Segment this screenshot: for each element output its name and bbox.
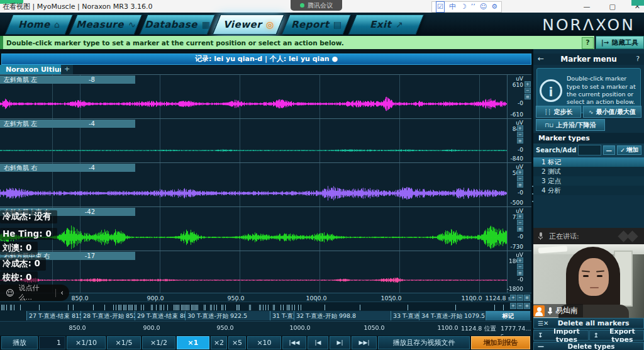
- help-button[interactable]: ?: [582, 37, 594, 49]
- timeline-marker[interactable]: 29 T-直道-结束 889.4: [135, 311, 185, 320]
- scale-menu-button[interactable]: ≡: [517, 182, 523, 188]
- rising-falling-edge-button[interactable]: ⊓⊔ 上升沿/下降沿: [536, 119, 605, 131]
- add-type-button[interactable]: ✓ 增加: [617, 145, 641, 155]
- scale-menu-button[interactable]: ≡: [525, 94, 531, 99]
- channel-label-1[interactable]: 左斜角肌 左 -8: [0, 76, 135, 84]
- speed-button[interactable]: ×10: [247, 336, 281, 349]
- loop-count-input[interactable]: 1: [39, 336, 65, 349]
- scale-zoom-out-button[interactable]: −: [525, 88, 531, 93]
- speed-button[interactable]: ×1/5: [107, 336, 141, 349]
- ime-user-icon[interactable]: ☺: [480, 2, 487, 12]
- scale-zoom-out-button[interactable]: −: [517, 176, 523, 181]
- tencent-meeting-badge[interactable]: 腾讯会议: [291, 0, 342, 11]
- overview-ruler[interactable]: 850.0 900.0 950.0 1000.0 1050.0 1100.0 1…: [0, 321, 531, 336]
- speed-button[interactable]: ×1/10: [67, 336, 106, 349]
- scale-zero: -0: [518, 276, 523, 283]
- save-video-button[interactable]: 播放且存为视频文件: [378, 336, 470, 349]
- marker-info-text: Double-click marker type to set a marker…: [567, 75, 638, 106]
- marker-label-row: 27 T-直道-结束 815.6 28 T-直道-开始 852.6 29 T-直…: [0, 310, 531, 321]
- timeline-marker[interactable]: 27 T-直道-结束 815.6: [26, 311, 80, 320]
- ime-mode-icon[interactable]: ☑: [436, 1, 445, 13]
- marker-type-button[interactable]: 标记: [486, 311, 530, 320]
- ruler-zoom-out-button[interactable]: −: [517, 295, 523, 301]
- maximize-button[interactable]: ▢: [609, 3, 615, 11]
- speed-button[interactable]: ×1/2: [142, 336, 175, 349]
- marker-type-row[interactable]: 3 定点: [533, 176, 644, 186]
- ime-punct-icon[interactable]: ’’: [471, 2, 475, 12]
- ruler-menu-button[interactable]: ≡: [524, 295, 530, 301]
- scale-menu-button[interactable]: ≡: [517, 226, 523, 232]
- noraxon-logo: NORΛXON: [542, 16, 635, 34]
- next-marker-button[interactable]: ▶|: [330, 336, 350, 349]
- delete-types-label: Delete types: [548, 342, 643, 350]
- export-types-button[interactable]: ↥ Export types: [589, 330, 644, 341]
- prev-marker-button[interactable]: |◀: [308, 336, 328, 349]
- timeline-marker[interactable]: 28 T-直道-开始 852.6: [80, 311, 135, 320]
- marker-type-row[interactable]: 2 测试: [533, 167, 644, 176]
- tab-report[interactable]: Report ▤: [282, 14, 352, 35]
- scale-menu-button[interactable]: ≡: [517, 270, 523, 276]
- min-max-button[interactable]: ∿ 最小值/最大值: [583, 106, 641, 118]
- fixed-step-button[interactable]: ┆┆ 定步长: [536, 106, 581, 118]
- tab-database[interactable]: Database ▦: [140, 14, 216, 35]
- tickrow-menu-button[interactable]: ≡: [524, 303, 530, 309]
- scale-menu-button[interactable]: ≡: [517, 138, 523, 144]
- tab-measure[interactable]: Measure ∿: [69, 14, 143, 35]
- add-view-tab[interactable]: +: [61, 65, 73, 74]
- channel-label-2[interactable]: 左斜方肌 左 -4: [0, 120, 135, 128]
- scale-zoom-in-button[interactable]: +: [517, 257, 523, 263]
- now-speaking-label: 正在讲话:: [549, 232, 579, 241]
- skip-to-start-button[interactable]: |◀◀: [282, 336, 306, 349]
- emoji-icon[interactable]: ☺: [6, 288, 14, 298]
- scale-zoom-in-button[interactable]: +: [517, 169, 523, 175]
- speed-button-active[interactable]: ×1: [177, 336, 209, 349]
- ime-toolbar[interactable]: ☑ 中 ☽ ’’ ☺ ⚙: [431, 1, 502, 13]
- timeline-marker[interactable]: 32 T-直道-开始 998.8: [294, 311, 391, 320]
- webcam-video[interactable]: 易灿南: [533, 244, 644, 318]
- tickrow-zoom-in-button[interactable]: +: [510, 303, 516, 309]
- scale-zoom-out-button[interactable]: −: [517, 264, 523, 269]
- scale-zoom-in-button[interactable]: +: [517, 125, 523, 131]
- timeline-marker[interactable]: 34 T-直道-开始 1079.5: [419, 311, 485, 320]
- channel-label-3[interactable]: 右斜角肌 右 -4: [0, 164, 135, 172]
- speed-button[interactable]: ×2: [211, 336, 227, 349]
- speed-button[interactable]: ×5: [228, 336, 246, 349]
- tab-viewer[interactable]: Viewer ◎: [213, 14, 285, 35]
- tickrow-zoom-out-button[interactable]: −: [517, 303, 523, 309]
- marker-type-row[interactable]: 4 分析: [533, 186, 644, 195]
- ruler-zoom-in-button[interactable]: +: [510, 295, 516, 301]
- fixed-step-label: 定步长: [553, 108, 572, 116]
- hide-tools-button[interactable]: |→ 隐藏工具: [596, 36, 644, 49]
- ime-settings-icon[interactable]: ⚙: [491, 2, 497, 12]
- tab-home[interactable]: Home ⌂: [5, 14, 74, 35]
- channel-scale-2: uV 840 -0 -840 +−≡: [507, 119, 531, 162]
- minimize-button[interactable]: —: [583, 3, 590, 11]
- timeline-marker[interactable]: 31 T-直道-...: [270, 311, 294, 320]
- chat-input[interactable]: ☺ 说点什么... ‹: [0, 285, 69, 301]
- delete-types-button[interactable]: — Delete types: [533, 342, 644, 350]
- time-ruler[interactable]: 850.0 900.0 950.0 1000.0 1050.0 1100.0 1…: [0, 293, 531, 302]
- collapse-chat-icon[interactable]: ‹: [60, 288, 64, 297]
- timeline-marker[interactable]: 30 T-直道-开始 922.5: [185, 311, 270, 320]
- marker-type-row[interactable]: 1 标记: [533, 157, 644, 167]
- timeline-marker[interactable]: 33 T-直道-...: [391, 311, 419, 320]
- marker-panel-help-button[interactable]: ?: [636, 55, 640, 63]
- import-types-button[interactable]: ↧ Import types: [533, 330, 589, 341]
- add-to-report-button[interactable]: 增加到报告: [471, 336, 530, 349]
- export-types-label: Export types: [602, 327, 643, 344]
- tab-exit[interactable]: Exit ↗: [348, 14, 425, 35]
- delete-all-label: Delete all markers: [552, 319, 643, 327]
- scale-zoom-in-button[interactable]: +: [517, 213, 523, 219]
- scale-zoom-out-button[interactable]: −: [517, 132, 523, 137]
- scale-zoom-in-button[interactable]: +: [525, 81, 531, 87]
- ime-lang-icon[interactable]: 中: [449, 2, 456, 12]
- skip-to-end-button[interactable]: ▶▶|: [352, 336, 377, 349]
- scale-zoom-out-button[interactable]: −: [517, 220, 523, 225]
- play-button[interactable]: 播放: [1, 336, 38, 349]
- remove-type-button[interactable]: —: [603, 145, 616, 155]
- marker-search-row: Search/Add — ✓ 增加: [533, 144, 644, 157]
- marker-action-row-1: ┆┆ 定步长 ∿ 最小值/最大值: [536, 106, 641, 118]
- marker-tick-row[interactable]: +−≡: [0, 302, 531, 311]
- search-add-input[interactable]: [578, 145, 601, 155]
- ime-moon-icon[interactable]: ☽: [460, 2, 467, 12]
